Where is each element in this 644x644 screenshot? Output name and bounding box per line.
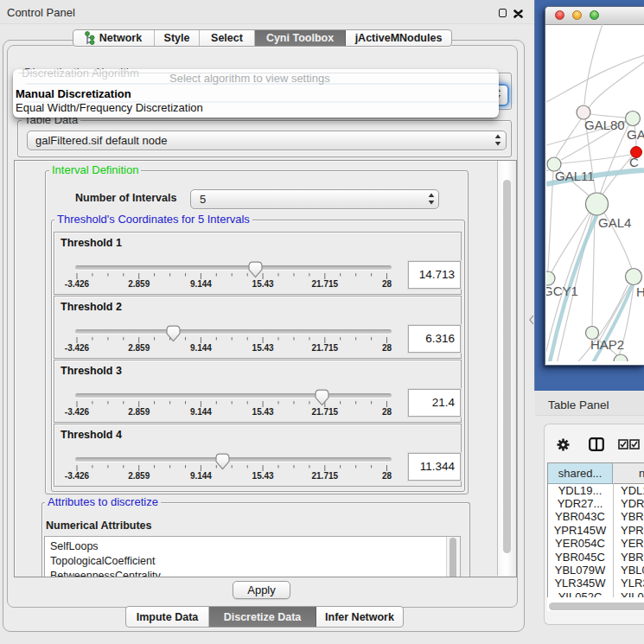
- svg-text:HAP2: HAP2: [590, 337, 624, 352]
- svg-text:C: C: [629, 155, 639, 169]
- svg-text:GAL80: GAL80: [584, 118, 625, 132]
- svg-text:GAL11: GAL11: [555, 169, 595, 183]
- svg-text:GAL: GAL: [627, 127, 644, 142]
- svg-text:GCY1: GCY1: [546, 284, 578, 298]
- svg-text:GAL4: GAL4: [598, 215, 631, 230]
- svg-text:H: H: [636, 284, 644, 299]
